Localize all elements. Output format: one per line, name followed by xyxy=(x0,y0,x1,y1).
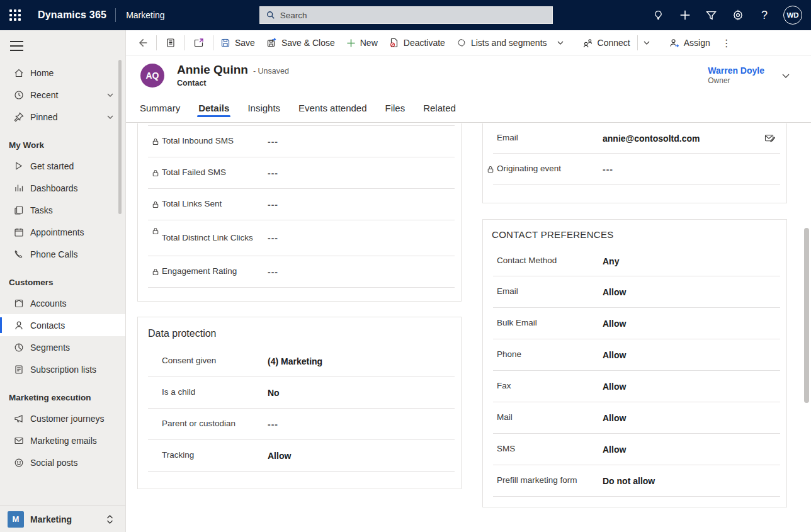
gear-icon[interactable] xyxy=(727,4,749,26)
app-area-name[interactable]: Marketing xyxy=(126,10,164,20)
sidebar-item-customer-journeys[interactable]: Customer journeys xyxy=(0,407,125,429)
tab-details[interactable]: Details xyxy=(197,98,230,122)
tab-summary[interactable]: Summary xyxy=(139,98,181,122)
lock-icon xyxy=(152,200,159,208)
sidebar-item-label: Appointments xyxy=(30,227,84,237)
connect-chevron-icon[interactable] xyxy=(639,33,654,53)
updown-chevron-icon[interactable] xyxy=(106,514,114,525)
sidebar-item-get-started[interactable]: Get started xyxy=(0,155,125,177)
field-is-a-child[interactable]: Is a child No xyxy=(138,377,461,408)
workspace-logo: M xyxy=(8,511,24,528)
sidebar-item-segments[interactable]: Segments xyxy=(0,336,125,358)
field-label: Prefill marketing form xyxy=(497,474,603,487)
lock-icon xyxy=(487,165,494,173)
field-value: --- xyxy=(268,137,453,147)
help-icon[interactable]: ? xyxy=(753,4,776,26)
field-fax-preference[interactable]: Fax Allow xyxy=(483,371,786,402)
chevron-down-icon[interactable] xyxy=(106,113,114,121)
field-email[interactable]: Email annie@contosoltd.com xyxy=(483,123,786,153)
more-commands-button[interactable]: ⋮ xyxy=(716,33,737,53)
deactivate-button[interactable]: Deactivate xyxy=(383,33,451,53)
field-mail-preference[interactable]: Mail Allow xyxy=(483,402,786,433)
lists-and-segments-chevron-icon[interactable] xyxy=(553,33,568,53)
sidebar-item-recent[interactable]: Recent xyxy=(0,84,125,106)
sidebar-item-phone-calls[interactable]: Phone Calls xyxy=(0,243,125,265)
tab-insights[interactable]: Insights xyxy=(246,98,281,122)
lock-icon xyxy=(152,169,159,177)
field-bulk-email[interactable]: Bulk Email Allow xyxy=(483,308,786,339)
sidebar-item-tasks[interactable]: Tasks xyxy=(0,199,125,221)
save-button[interactable]: Save xyxy=(215,33,261,53)
open-in-new-window-icon[interactable] xyxy=(186,33,212,53)
chevron-down-icon[interactable] xyxy=(106,91,114,99)
field-label: Fax xyxy=(497,380,603,393)
play-icon xyxy=(13,161,24,171)
header-expand-chevron-icon[interactable] xyxy=(781,71,791,81)
section-title: Data protection xyxy=(138,317,461,346)
sidebar-item-social-posts[interactable]: Social posts xyxy=(0,451,125,473)
send-email-icon[interactable] xyxy=(764,133,779,143)
envelope-icon xyxy=(13,435,24,446)
form-selector-icon[interactable] xyxy=(158,33,183,53)
field-value: Any xyxy=(603,256,779,266)
field-label: Contact Method xyxy=(497,254,603,268)
field-value: --- xyxy=(603,164,779,174)
tab-events-attended[interactable]: Events attended xyxy=(297,98,368,122)
field-email-preference[interactable]: Email Allow xyxy=(483,276,786,307)
sidebar-item-appointments[interactable]: Appointments xyxy=(0,221,125,243)
phone-icon xyxy=(13,249,24,259)
field-contact-method[interactable]: Contact Method Any xyxy=(483,246,786,276)
hamburger-menu-icon[interactable] xyxy=(0,35,29,57)
sidebar-item-dashboards[interactable]: Dashboards xyxy=(0,177,125,199)
field-total-failed-sms[interactable]: Total Failed SMS --- xyxy=(138,157,461,188)
waffle-menu-icon[interactable] xyxy=(0,0,30,30)
sidebar-item-pinned[interactable]: Pinned xyxy=(0,106,125,128)
assign-button[interactable]: Assign xyxy=(663,33,716,53)
lock-icon xyxy=(152,268,159,276)
sidebar-item-subscription-lists[interactable]: Subscription lists xyxy=(0,358,125,380)
lightbulb-icon[interactable] xyxy=(647,4,670,26)
area-switcher[interactable]: M Marketing xyxy=(0,506,125,532)
field-sms-preference[interactable]: SMS Allow xyxy=(483,434,786,465)
tab-files[interactable]: Files xyxy=(384,98,407,122)
search-placeholder: Search xyxy=(280,11,307,20)
field-prefill-marketing-form[interactable]: Prefill marketing form Do not allow xyxy=(483,465,786,496)
field-parent-or-custodian[interactable]: Parent or custodian --- xyxy=(138,409,461,439)
save-and-close-button[interactable]: Save & Close xyxy=(261,33,341,53)
connect-button[interactable]: Connect xyxy=(577,33,636,53)
sidebar-item-home[interactable]: Home xyxy=(0,62,125,84)
plus-icon[interactable] xyxy=(674,4,696,26)
field-total-inbound-sms[interactable]: Total Inbound SMS --- xyxy=(138,126,461,157)
field-total-distinct-link-clicks[interactable]: Total Distinct Link Clicks --- xyxy=(138,220,461,256)
app-title: Dynamics 365 xyxy=(38,9,106,21)
connect-people-icon xyxy=(582,38,593,48)
field-label: Originating event xyxy=(497,162,603,176)
owner-link[interactable]: Warren Doyle xyxy=(708,65,764,76)
sidebar-item-label: Segments xyxy=(30,342,70,353)
field-phone-preference[interactable]: Phone Allow xyxy=(483,339,786,370)
sidebar-scrollbar[interactable] xyxy=(118,60,122,214)
sidebar-item-accounts[interactable]: Accounts xyxy=(0,292,125,314)
field-value: Allow xyxy=(603,444,779,455)
field-engagement-rating[interactable]: Engagement Rating --- xyxy=(138,256,461,287)
content-scrollbar[interactable] xyxy=(804,228,809,403)
lists-and-segments-button[interactable]: Lists and segments xyxy=(451,33,553,53)
field-value: Allow xyxy=(268,451,453,461)
field-value: Do not allow xyxy=(603,476,779,486)
plus-icon xyxy=(346,38,356,48)
user-avatar[interactable]: WD xyxy=(783,6,802,25)
filter-icon[interactable] xyxy=(700,4,723,26)
new-button[interactable]: New xyxy=(341,33,383,53)
back-button[interactable] xyxy=(130,33,155,53)
sidebar-item-contacts[interactable]: Contacts xyxy=(0,314,125,336)
field-total-links-sent[interactable]: Total Links Sent --- xyxy=(138,189,461,220)
top-nav-bar: Dynamics 365 Marketing Search ? WD xyxy=(0,0,811,30)
field-consent-given[interactable]: Consent given (4) Marketing xyxy=(138,346,461,376)
tab-related[interactable]: Related xyxy=(422,98,457,122)
search-input[interactable]: Search xyxy=(259,6,553,24)
sidebar-item-marketing-emails[interactable]: Marketing emails xyxy=(0,429,125,451)
field-tracking[interactable]: Tracking Allow xyxy=(138,440,461,471)
field-label: Total Failed SMS xyxy=(162,166,268,179)
field-originating-event[interactable]: Originating event --- xyxy=(483,154,786,184)
home-icon xyxy=(13,67,24,78)
